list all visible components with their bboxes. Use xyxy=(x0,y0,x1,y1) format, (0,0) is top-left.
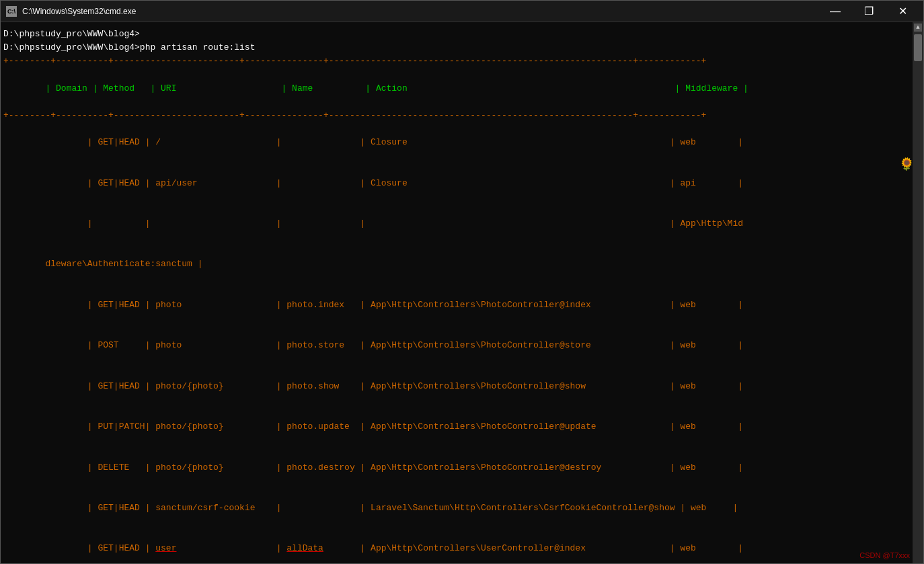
route-row-user-get: | GET|HEAD | user | allData | App\Http\C… xyxy=(3,528,910,563)
header-row: | Domain | Method | URI | Name | Action … xyxy=(3,68,910,108)
route-row-1: | GET|HEAD | / | | Closure | web | xyxy=(3,122,910,163)
route-row-5: | POST | photo | photo.store | App\Http\… xyxy=(3,325,910,366)
prompt-line-1: D:\phpstudy_pro\WWW\blog4> xyxy=(3,28,910,41)
route-row-6: | GET|HEAD | photo/{photo} | photo.show … xyxy=(3,366,910,407)
cmd-window: C:\ C:\Windows\System32\cmd.exe — ❐ ✕ D:… xyxy=(0,0,924,564)
close-button[interactable]: ✕ xyxy=(887,3,918,20)
restore-button[interactable]: ❐ xyxy=(853,3,884,20)
scroll-thumb[interactable] xyxy=(914,34,922,61)
title-bar-left: C:\ C:\Windows\System32\cmd.exe xyxy=(6,6,136,17)
window-controls: — ❐ ✕ xyxy=(820,3,918,20)
scroll-up-button[interactable]: ▲ xyxy=(914,24,922,32)
terminal-output[interactable]: D:\phpstudy_pro\WWW\blog4> D:\phpstudy_p… xyxy=(1,22,913,563)
title-bar: C:\ C:\Windows\System32\cmd.exe — ❐ ✕ xyxy=(1,1,923,22)
terminal-content: D:\phpstudy_pro\WWW\blog4> D:\phpstudy_p… xyxy=(1,22,923,563)
scrollbar[interactable]: ▲ xyxy=(913,22,923,563)
route-row-9: | GET|HEAD | sanctum/csrf-cookie | | Lar… xyxy=(3,488,910,528)
side-decoration: 🌻 xyxy=(899,157,913,171)
window-title: C:\Windows\System32\cmd.exe xyxy=(22,7,136,16)
separator-top: +--------+----------+-------------------… xyxy=(3,54,910,68)
route-row-4: | GET|HEAD | photo | photo.index | App\H… xyxy=(3,285,910,325)
route-row-2: | GET|HEAD | api/user | | Closure | api … xyxy=(3,163,910,203)
cmd-icon: C:\ xyxy=(6,6,17,17)
flower-icon-1: 🌻 xyxy=(899,157,913,171)
watermark: CSDN @T7xxx xyxy=(859,551,910,559)
separator-mid: +--------+----------+-------------------… xyxy=(3,109,910,122)
route-row-7: | PUT|PATCH| photo/{photo} | photo.updat… xyxy=(3,407,910,447)
route-row-8: | DELETE | photo/{photo} | photo.destroy… xyxy=(3,447,910,487)
command-line: D:\phpstudy_pro\WWW\blog4>php artisan ro… xyxy=(3,41,910,54)
route-row-3a: | | | | | App\Http\Mid xyxy=(3,204,910,244)
minimize-button[interactable]: — xyxy=(820,3,851,20)
route-row-3b: dleware\Authenticate:sanctum | xyxy=(3,244,910,284)
